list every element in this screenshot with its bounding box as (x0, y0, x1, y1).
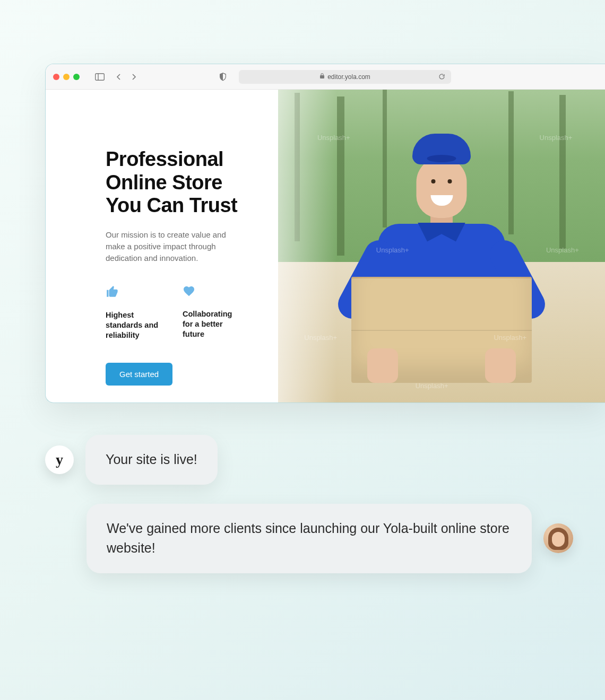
back-button[interactable] (114, 72, 124, 82)
heart-icon (183, 285, 244, 300)
get-started-button[interactable]: Get started (106, 363, 172, 386)
chat-area: y Your site is live! We've gained more c… (45, 435, 573, 573)
feature-text: Highest standards and reliability (106, 310, 167, 340)
lock-icon (319, 73, 325, 81)
delivery-person-image: Unsplash+ Unsplash+ Unsplash+ Unsplash+ … (278, 90, 605, 402)
feature-item-collaborating: Collaborating for a better future (183, 285, 244, 340)
hero-subtitle: Our mission is to create value and make … (106, 229, 244, 264)
chat-bubble-assistant: Your site is live! (85, 435, 218, 485)
sidebar-toggle-icon[interactable] (94, 72, 105, 82)
chat-row-1: y Your site is live! (45, 435, 573, 485)
chat-bubble-user: We've gained more clients since launchin… (87, 504, 532, 573)
assistant-badge: y (56, 451, 63, 468)
privacy-shield-icon[interactable] (218, 72, 228, 82)
feature-item-standards: Highest standards and reliability (106, 285, 167, 340)
assistant-avatar: y (45, 445, 74, 474)
address-bar[interactable]: editor.yola.com (239, 70, 451, 84)
svg-rect-0 (96, 73, 105, 80)
navigation-arrows (114, 72, 139, 82)
forward-button[interactable] (128, 72, 139, 82)
browser-chrome: editor.yola.com (46, 64, 605, 90)
close-window-button[interactable] (53, 74, 59, 80)
hero-text-column: Professional Online Store You Can Trust … (46, 90, 278, 402)
hero-title: Professional Online Store You Can Trust (106, 148, 244, 217)
window-controls (53, 74, 80, 80)
hero-image-column: Unsplash+ Unsplash+ Unsplash+ Unsplash+ … (278, 90, 605, 402)
browser-window: editor.yola.com Professional Online Stor… (45, 64, 605, 403)
reload-button[interactable] (436, 72, 447, 82)
features-row: Highest standards and reliability Collab… (106, 285, 244, 340)
chat-row-2: We've gained more clients since launchin… (45, 504, 573, 573)
user-avatar (543, 523, 573, 553)
svg-rect-2 (320, 75, 324, 78)
thumbs-up-icon (106, 285, 167, 301)
maximize-window-button[interactable] (73, 74, 80, 80)
website-preview: Professional Online Store You Can Trust … (46, 90, 605, 402)
feature-text: Collaborating for a better future (183, 309, 244, 339)
url-text: editor.yola.com (327, 73, 370, 81)
minimize-window-button[interactable] (63, 74, 70, 80)
